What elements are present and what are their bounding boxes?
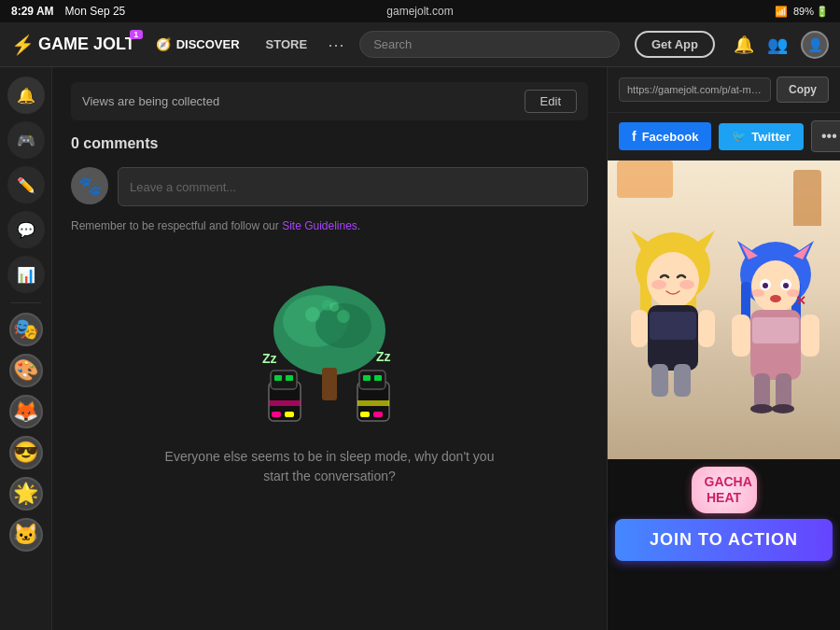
svg-point-29 (679, 280, 694, 289)
avatar-emoji-5: 🌟 (13, 482, 38, 506)
svg-rect-36 (651, 364, 668, 397)
gacha-logo-line2: HEAT (705, 490, 744, 506)
logo[interactable]: ⚡ GAME JOLT 1 (11, 34, 135, 56)
svg-rect-14 (269, 400, 301, 406)
copy-button[interactable]: Copy (777, 77, 829, 103)
top-nav: ⚡ GAME JOLT 1 🧭 DISCOVER STORE ⋯ Get App… (0, 22, 840, 67)
discover-label: DISCOVER (176, 37, 240, 51)
svg-rect-59 (776, 373, 791, 409)
svg-rect-55 (752, 317, 799, 343)
svg-point-60 (750, 404, 773, 413)
svg-rect-33 (650, 312, 696, 340)
svg-point-27 (647, 252, 699, 308)
svg-rect-17 (363, 375, 371, 381)
sleep-illustration: Zz Zz (245, 279, 413, 428)
battery-icon: 🔋 (816, 6, 829, 18)
sidebar-avatar-2[interactable]: 🎨 (9, 354, 43, 387)
status-url: gamejolt.com (386, 5, 453, 18)
status-bar: 8:29 AM Mon Sep 25 gamejolt.com 📶 89% 🔋 (0, 0, 840, 22)
friends-icon[interactable]: 👥 (767, 35, 788, 55)
search-input[interactable] (373, 37, 606, 51)
svg-rect-10 (274, 375, 282, 381)
guidelines-text: Remember to be respectful and follow our… (71, 219, 588, 232)
sidebar-create-icon[interactable]: ✏️ (7, 166, 45, 203)
commenter-avatar: 🐾 (71, 167, 108, 204)
status-time: 8:29 AM (11, 5, 54, 18)
ad-bottom: GACHA HEAT JOIN TO ACTION (608, 459, 840, 568)
svg-point-48 (770, 295, 781, 302)
sidebar-home-icon[interactable]: 🔔 (7, 77, 45, 114)
avatar-image: 👤 (807, 37, 823, 52)
nav-icons: 🔔 👥 👤 (734, 31, 829, 59)
sleep-svg: Zz Zz (245, 279, 413, 428)
user-avatar[interactable]: 👤 (801, 31, 829, 59)
ad-characters-svg: ✕ (612, 198, 836, 459)
join-to-action-button[interactable]: JOIN TO ACTION (615, 519, 833, 561)
twitter-label: Twitter (751, 130, 791, 144)
svg-point-44 (763, 283, 768, 288)
gacha-logo: GACHA HEAT (692, 467, 757, 513)
svg-point-28 (651, 280, 666, 289)
compass-icon: 🧭 (156, 37, 171, 51)
battery-indicator: 89% 🔋 (793, 6, 829, 18)
notification-badge: 1 (130, 30, 143, 39)
empty-state: Zz Zz Everyone else seems to be in sleep… (71, 260, 588, 505)
sidebar-divider-1 (11, 302, 41, 303)
guidelines-prefix: Remember to be respectful and follow our (71, 219, 282, 232)
svg-rect-19 (360, 412, 370, 417)
sidebar-avatar-1[interactable]: 🎭 (9, 313, 43, 346)
sidebar-chat-icon[interactable]: 💬 (7, 211, 45, 248)
nav-discover[interactable]: 🧭 DISCOVER (150, 34, 245, 55)
notifications-icon[interactable]: 🔔 (734, 35, 754, 55)
svg-rect-58 (754, 373, 770, 409)
share-buttons: f Facebook 🐦 Twitter ••• (608, 113, 840, 161)
guidelines-suffix: . (357, 219, 360, 232)
sidebar-avatar-5[interactable]: 🌟 (9, 477, 43, 511)
sidebar-avatar-4[interactable]: 😎 (9, 436, 43, 469)
svg-point-5 (337, 310, 350, 323)
svg-rect-20 (373, 412, 383, 417)
svg-rect-11 (286, 375, 293, 381)
svg-point-45 (783, 283, 789, 288)
nav-more-button[interactable]: ⋯ (328, 35, 344, 55)
sidebar-stats-icon[interactable]: 📊 (7, 256, 45, 293)
svg-rect-57 (801, 315, 819, 357)
views-text: Views are being collected (82, 94, 219, 108)
search-bar-container (359, 31, 620, 58)
guidelines-link[interactable]: Site Guidelines (282, 219, 357, 232)
svg-rect-37 (674, 364, 691, 397)
get-app-button[interactable]: Get App (635, 31, 715, 58)
store-label: STORE (266, 37, 308, 51)
status-day: Mon Sep 25 (65, 5, 126, 18)
svg-point-41 (751, 260, 800, 313)
url-field: https://gamejolt.com/p/at-max- (619, 77, 771, 102)
wifi-icon: 📶 (775, 6, 788, 18)
sidebar-avatar-6[interactable]: 🐱 (9, 518, 43, 552)
facebook-button[interactable]: f Facebook (619, 122, 711, 150)
comment-input-field[interactable] (118, 167, 588, 206)
nav-store[interactable]: STORE (260, 34, 314, 55)
svg-rect-7 (322, 368, 337, 400)
facebook-icon: f (632, 129, 637, 144)
twitter-button[interactable]: 🐦 Twitter (719, 123, 804, 150)
svg-rect-56 (732, 315, 750, 357)
avatar-emoji-6: 🐱 (13, 523, 38, 547)
url-copy-row: https://gamejolt.com/p/at-max- Copy (608, 67, 840, 113)
svg-point-46 (751, 289, 764, 297)
svg-point-6 (329, 302, 339, 312)
svg-rect-18 (374, 375, 382, 381)
sidebar-avatar-3[interactable]: 🦊 (9, 395, 43, 428)
sidebar-games-icon[interactable]: 🎮 (7, 121, 45, 159)
avatar-emoji-4: 😎 (13, 441, 38, 465)
edit-button[interactable]: Edit (525, 90, 577, 113)
empty-line2: start the conversation? (263, 469, 396, 483)
svg-point-3 (305, 307, 320, 322)
empty-title: Everyone else seems to be in sleep mode,… (165, 447, 495, 486)
empty-line1: Everyone else seems to be in sleep mode,… (165, 449, 495, 464)
svg-text:✕: ✕ (795, 293, 806, 308)
svg-text:Zz: Zz (376, 349, 391, 364)
battery-percent: 89% (793, 6, 814, 17)
more-share-button[interactable]: ••• (811, 120, 840, 152)
svg-rect-12 (272, 412, 281, 417)
commenter-avatar-emoji: 🐾 (78, 175, 102, 197)
